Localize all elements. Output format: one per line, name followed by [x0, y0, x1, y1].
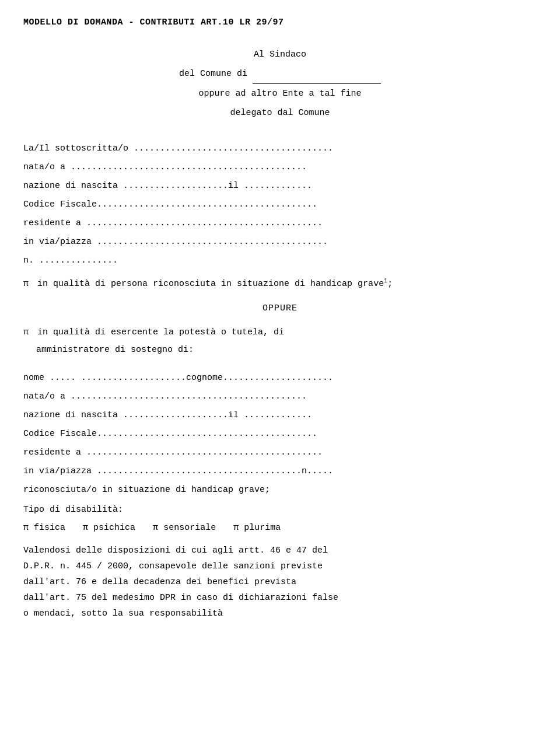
form-fields-1: La/Il sottoscritta/o ...................…: [23, 140, 537, 270]
final-line4: dall'art. 75 del medesimo DPR in caso di…: [23, 590, 537, 606]
nome-cognome-line: nome ..... ....................cognome..…: [23, 369, 537, 387]
disability-sensoriale: π sensoriale: [153, 519, 216, 537]
residente-a-line: residente a ............................…: [23, 215, 537, 232]
address-block: Al Sindaco del Comune di oppure ad altro…: [23, 45, 537, 123]
page-title: MODELLO DI DOMANDA - CONTRIBUTI ART.10 L…: [23, 18, 537, 27]
disability-plurima: π plurima: [233, 519, 281, 537]
nazione-2-line: nazione di nascita ....................i…: [23, 407, 537, 424]
pi-plurima: π: [233, 523, 239, 533]
disability-fisica: π fisica: [23, 519, 65, 537]
pi-sensoriale: π: [153, 523, 158, 533]
tipo-disabilita-label: Tipo di disabilità:: [23, 505, 537, 515]
riconosciuta-line: riconosciuta/o in situazione di handicap…: [23, 481, 537, 499]
section-handicap-grave: π in qualità di persona riconosciuta in …: [23, 275, 537, 293]
section2-line1: in qualità di esercente la potestà o tut…: [37, 327, 284, 337]
nata-o-a-2-line: nata/o a ...............................…: [23, 388, 537, 406]
codice-fiscale-line: Codice Fiscale..........................…: [23, 196, 537, 214]
address-line3: oppure ad altro Ente a tal fine: [23, 84, 537, 103]
section-tutela: π in qualità di esercente la potestà o t…: [23, 324, 537, 359]
pi-fisica: π: [23, 523, 29, 533]
pi-symbol-1: π: [23, 279, 29, 289]
oppure-label: OPPURE: [23, 303, 537, 313]
form-fields-2: nome ..... ....................cognome..…: [23, 369, 537, 499]
n-line: n. ...............: [23, 252, 537, 270]
address-line1: Al Sindaco: [23, 45, 537, 64]
final-line1: Valendosi delle disposizioni di cui agli…: [23, 543, 537, 558]
final-line2: D.P.R. n. 445 / 2000, consapevole delle …: [23, 558, 537, 574]
disability-options-row: π fisica π psichica π sensoriale π pluri…: [23, 519, 537, 537]
via-piazza-line: in via/piazza ..........................…: [23, 233, 537, 251]
address-line2: del Comune di: [23, 64, 537, 84]
pi-symbol-2: π: [23, 327, 29, 337]
final-line5: o mendaci, sotto la sua responsabilità: [23, 606, 537, 621]
residente-a-2-line: residente a ............................…: [23, 444, 537, 462]
sottoscritta-line: La/Il sottoscritta/o ...................…: [23, 140, 537, 158]
section1-text: in qualità di persona riconosciuta in si…: [37, 279, 393, 289]
codice-fiscale-2-line: Codice Fiscale..........................…: [23, 425, 537, 443]
section2-line2: amministratore di sostegno di:: [36, 345, 194, 355]
final-line3: dall'art. 76 e della decadenza dei benef…: [23, 574, 537, 590]
disability-psichica: π psichica: [83, 519, 135, 537]
via-piazza-n-line: in via/piazza ..........................…: [23, 463, 537, 480]
address-line4: delegato dal Comune: [23, 103, 537, 123]
pi-psichica: π: [83, 523, 88, 533]
nata-o-a-line: nata/o a ...............................…: [23, 159, 537, 176]
nazione-line: nazione di nascita ....................i…: [23, 177, 537, 195]
final-text-block: Valendosi delle disposizioni di cui agli…: [23, 543, 537, 621]
